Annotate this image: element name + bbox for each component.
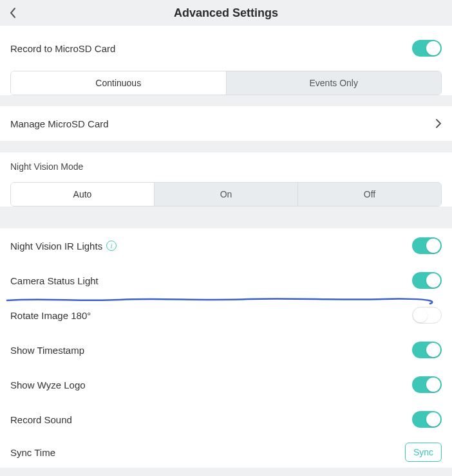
rotate-toggle[interactable] (412, 307, 442, 324)
segment-off[interactable]: Off (297, 183, 441, 206)
timestamp-toggle[interactable] (412, 342, 442, 358)
wyze-logo-toggle[interactable] (412, 376, 442, 393)
ir-lights-label: Night Vision IR Lights i (10, 241, 117, 252)
row-manage-sd[interactable]: Manage MicroSD Card (10, 106, 442, 141)
info-icon[interactable]: i (106, 241, 117, 251)
row-sync-time: Sync Time Sync (10, 437, 442, 468)
row-status-light: Camera Status Light (10, 263, 442, 298)
status-light-toggle[interactable] (412, 272, 442, 289)
ir-lights-toggle[interactable] (412, 237, 442, 254)
segment-auto[interactable]: Auto (11, 183, 154, 206)
record-sd-label: Record to MicroSD Card (10, 43, 115, 54)
wyze-logo-label: Show Wyze Logo (10, 380, 86, 390)
header: Advanced Settings (0, 0, 452, 26)
row-record-sound: Record Sound (10, 402, 442, 437)
record-sound-label: Record Sound (10, 414, 72, 425)
section-manage-sd: Manage MicroSD Card (0, 105, 452, 141)
section-night-vision: Night Vision Mode Auto On Off (0, 152, 452, 206)
row-wyze-logo: Show Wyze Logo (10, 367, 442, 402)
record-sd-toggle[interactable] (412, 40, 442, 57)
row-record-sd: Record to MicroSD Card (10, 31, 442, 66)
ir-lights-text: Night Vision IR Lights (10, 241, 102, 252)
status-light-label: Camera Status Light (10, 275, 99, 286)
row-timestamp: Show Timestamp (10, 333, 442, 367)
timestamp-label: Show Timestamp (10, 345, 84, 356)
record-sd-segment: Continuous Events Only (10, 71, 442, 95)
page-title: Advanced Settings (10, 6, 442, 20)
section-record-sd: Record to MicroSD Card Continuous Events… (0, 26, 452, 95)
segment-continuous[interactable]: Continuous (11, 71, 226, 95)
manage-sd-label: Manage MicroSD Card (10, 118, 109, 129)
night-vision-label: Night Vision Mode (10, 152, 442, 177)
chevron-right-icon (435, 118, 442, 129)
record-sound-toggle[interactable] (412, 411, 442, 428)
row-ir-lights: Night Vision IR Lights i (10, 228, 442, 263)
rotate-label: Rotate Image 180° (10, 310, 91, 321)
segment-on[interactable]: On (154, 183, 297, 206)
sync-button[interactable]: Sync (405, 443, 442, 462)
segment-events-only[interactable]: Events Only (226, 71, 442, 95)
section-toggles: Night Vision IR Lights i Camera Status L… (0, 228, 452, 468)
sync-time-label: Sync Time (10, 447, 55, 458)
back-icon[interactable] (9, 7, 17, 19)
night-vision-segment: Auto On Off (10, 182, 442, 206)
